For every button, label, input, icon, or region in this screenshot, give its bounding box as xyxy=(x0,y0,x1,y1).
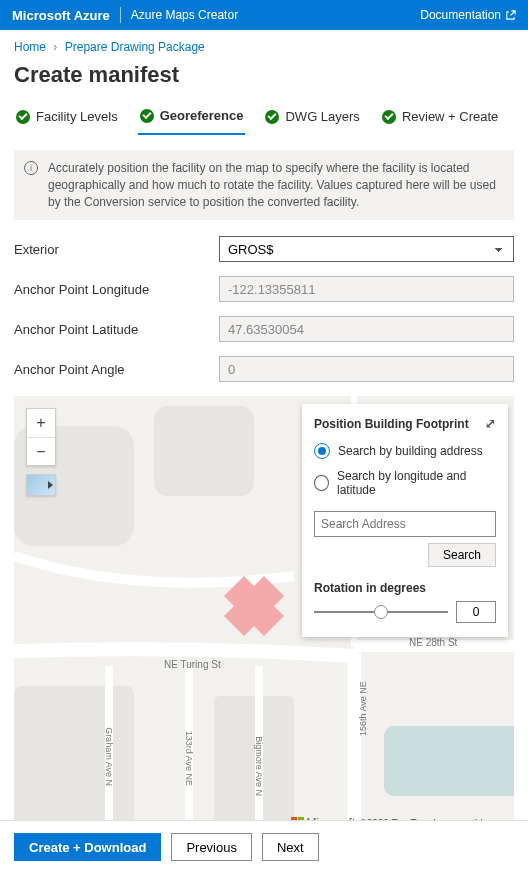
breadcrumb: Home › Prepare Drawing Package xyxy=(0,30,528,58)
zoom-controls: + − xyxy=(26,408,56,466)
breadcrumb-separator: › xyxy=(53,40,57,54)
radio-label: Search by longitude and latitude xyxy=(337,469,496,497)
svg-text:Graham Ave N: Graham Ave N xyxy=(104,728,114,787)
zoom-in-button[interactable]: + xyxy=(27,409,55,437)
tab-facility-levels[interactable]: Facility Levels xyxy=(14,103,120,134)
footprint-panel: Position Building Footprint ⤢ Search by … xyxy=(302,404,508,637)
latitude-input[interactable] xyxy=(219,316,514,342)
azure-topbar: Microsoft Azure Azure Maps Creator Docum… xyxy=(0,0,528,30)
longitude-label: Anchor Point Longitude xyxy=(14,282,219,297)
rotation-slider[interactable] xyxy=(314,611,448,613)
tab-dwg-layers[interactable]: DWG Layers xyxy=(263,103,361,134)
panel-title: Position Building Footprint xyxy=(314,417,469,431)
svg-text:Bigmore Ave N: Bigmore Ave N xyxy=(254,737,264,797)
radio-search-address[interactable]: Search by building address xyxy=(314,443,496,459)
breadcrumb-prepare[interactable]: Prepare Drawing Package xyxy=(65,40,205,54)
footer-actions: Create + Download Previous Next xyxy=(0,820,528,873)
topbar-divider xyxy=(120,7,121,23)
svg-rect-4 xyxy=(214,696,294,832)
tab-label: Georeference xyxy=(160,108,244,123)
rotation-label: Rotation in degrees xyxy=(314,581,496,595)
collapse-icon[interactable]: ⤢ xyxy=(485,416,496,431)
svg-rect-5 xyxy=(384,726,514,796)
zoom-out-button[interactable]: − xyxy=(27,437,55,465)
radio-icon xyxy=(314,443,330,459)
page-title: Create manifest xyxy=(0,58,528,102)
tab-label: Facility Levels xyxy=(36,109,118,124)
search-address-input[interactable] xyxy=(314,511,496,537)
service-name: Azure Maps Creator xyxy=(131,8,238,22)
check-icon xyxy=(16,110,30,124)
info-text: Accurately position the facility on the … xyxy=(48,161,496,209)
create-download-button[interactable]: Create + Download xyxy=(14,833,161,861)
info-message: i Accurately position the facility on th… xyxy=(14,150,514,220)
breadcrumb-home[interactable]: Home xyxy=(14,40,46,54)
documentation-label: Documentation xyxy=(420,8,501,22)
search-button[interactable]: Search xyxy=(428,543,496,567)
info-icon: i xyxy=(24,161,38,175)
svg-text:133rd Ave NE: 133rd Ave NE xyxy=(184,731,194,786)
svg-text:NE Turing St: NE Turing St xyxy=(164,659,221,670)
next-button[interactable]: Next xyxy=(262,833,319,861)
map[interactable]: NE Turing St NE 28th St Graham Ave N 133… xyxy=(14,396,514,832)
check-icon xyxy=(382,110,396,124)
panel-header: Position Building Footprint ⤢ xyxy=(314,416,496,431)
latitude-label: Anchor Point Latitude xyxy=(14,322,219,337)
tab-review-create[interactable]: Review + Create xyxy=(380,103,500,134)
svg-rect-2 xyxy=(154,406,254,496)
check-icon xyxy=(265,110,279,124)
tab-label: Review + Create xyxy=(402,109,498,124)
external-link-icon xyxy=(505,10,516,21)
brand: Microsoft Azure xyxy=(12,8,110,23)
radio-icon xyxy=(314,475,329,491)
svg-text:156th Ave NE: 156th Ave NE xyxy=(358,682,368,737)
exterior-label: Exterior xyxy=(14,242,219,257)
radio-label: Search by building address xyxy=(338,444,483,458)
previous-button[interactable]: Previous xyxy=(171,833,252,861)
tab-label: DWG Layers xyxy=(285,109,359,124)
svg-rect-3 xyxy=(14,686,134,832)
svg-text:NE 28th St: NE 28th St xyxy=(409,637,458,648)
check-icon xyxy=(140,109,154,123)
radio-search-lonlat[interactable]: Search by longitude and latitude xyxy=(314,469,496,497)
longitude-input[interactable] xyxy=(219,276,514,302)
georeference-form: Exterior GROS$ Anchor Point Longitude An… xyxy=(0,236,528,382)
pivot-tabs: Facility Levels Georeference DWG Layers … xyxy=(0,102,528,136)
map-style-button[interactable] xyxy=(26,474,56,496)
angle-input[interactable] xyxy=(219,356,514,382)
rotation-value-input[interactable] xyxy=(456,601,496,623)
exterior-select[interactable]: GROS$ xyxy=(219,236,514,262)
documentation-link[interactable]: Documentation xyxy=(420,8,516,22)
angle-label: Anchor Point Angle xyxy=(14,362,219,377)
tab-georeference[interactable]: Georeference xyxy=(138,102,246,135)
